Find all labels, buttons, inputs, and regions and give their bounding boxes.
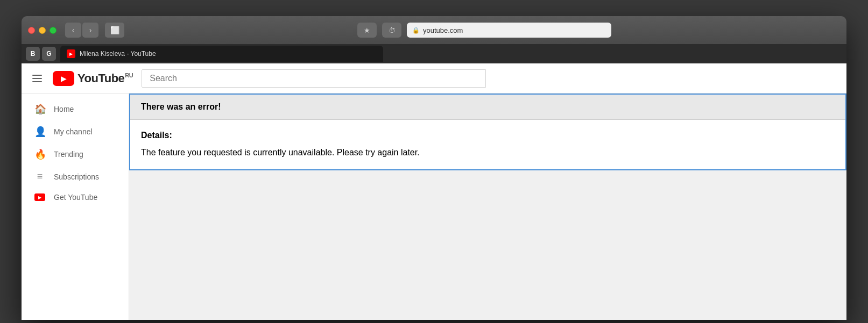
sidebar-label-get-youtube: Get YouTube bbox=[54, 193, 97, 202]
minimize-button[interactable] bbox=[39, 27, 46, 34]
trending-icon: 🔥 bbox=[34, 148, 45, 160]
tab-favicon-b[interactable]: B bbox=[26, 47, 40, 61]
yt-header: YouTubeRU bbox=[22, 63, 846, 94]
yt-logo[interactable]: YouTubeRU bbox=[53, 71, 133, 86]
url-text: youtube.com bbox=[423, 26, 463, 34]
yt-main: 🏠 Home 👤 My channel 🔥 Trending ≡ Subscri… bbox=[22, 94, 846, 320]
nav-buttons: ‹ › bbox=[65, 23, 98, 38]
titlebar: ‹ › ⬜ ★ ⏱ 🔒 youtube.com bbox=[22, 16, 846, 44]
browser-window: ‹ › ⬜ ★ ⏱ 🔒 youtube.com B G bbox=[22, 16, 846, 320]
home-icon: 🏠 bbox=[34, 103, 45, 115]
tab-favicon-g[interactable]: G bbox=[42, 47, 56, 61]
yt-sidebar: 🏠 Home 👤 My channel 🔥 Trending ≡ Subscri… bbox=[22, 94, 129, 320]
sidebar-item-home[interactable]: 🏠 Home bbox=[22, 98, 129, 120]
tab-title: Milena Kiseleva - YouTube bbox=[80, 50, 156, 58]
get-youtube-icon: ▶ bbox=[34, 193, 45, 201]
tabbar: B G Milena Kiseleva - YouTube bbox=[22, 44, 846, 63]
maximize-button[interactable] bbox=[50, 27, 57, 34]
sidebar-label-subscriptions: Subscriptions bbox=[54, 173, 99, 181]
error-message: The feature you requested is currently u… bbox=[141, 147, 835, 159]
my-channel-icon: 👤 bbox=[34, 126, 45, 138]
error-body: Details: The feature you requested is cu… bbox=[130, 120, 845, 169]
close-button[interactable] bbox=[28, 27, 35, 34]
yt-logo-text: YouTubeRU bbox=[77, 71, 133, 85]
active-tab[interactable]: Milena Kiseleva - YouTube bbox=[60, 46, 383, 62]
subscriptions-icon: ≡ bbox=[34, 171, 45, 182]
search-input[interactable] bbox=[142, 69, 486, 88]
lock-icon: 🔒 bbox=[412, 27, 420, 34]
sidebar-label-home: Home bbox=[54, 105, 74, 113]
sidebar-item-get-youtube[interactable]: ▶ Get YouTube bbox=[22, 188, 129, 207]
address-bar[interactable]: 🔒 youtube.com bbox=[407, 23, 611, 38]
bookmark-icon: ★ bbox=[364, 26, 370, 34]
sidebar-item-subscriptions[interactable]: ≡ Subscriptions bbox=[22, 166, 129, 188]
bookmark-button[interactable]: ★ bbox=[357, 23, 377, 38]
history-button[interactable]: ⏱ bbox=[382, 23, 401, 38]
sidebar-toggle-icon: ⬜ bbox=[110, 26, 119, 34]
forward-button[interactable]: › bbox=[82, 23, 98, 38]
error-container: There was an error! Details: The feature… bbox=[129, 94, 846, 170]
tab-yt-favicon bbox=[67, 49, 75, 58]
browser-content: YouTubeRU 🏠 Home 👤 My channel 🔥 Trendin bbox=[22, 63, 846, 320]
history-icon: ⏱ bbox=[389, 26, 396, 34]
sidebar-item-my-channel[interactable]: 👤 My channel bbox=[22, 120, 129, 143]
error-title: There was an error! bbox=[141, 102, 221, 111]
titlebar-center: ★ ⏱ 🔒 youtube.com bbox=[129, 23, 840, 38]
back-button[interactable]: ‹ bbox=[65, 23, 81, 38]
sidebar-label-my-channel: My channel bbox=[54, 127, 93, 136]
sidebar-label-trending: Trending bbox=[54, 150, 83, 159]
yt-content: There was an error! Details: The feature… bbox=[129, 94, 846, 320]
sidebar-toggle-button[interactable]: ⬜ bbox=[105, 23, 124, 38]
traffic-lights bbox=[28, 27, 57, 34]
hamburger-menu[interactable] bbox=[30, 73, 44, 84]
error-details-label: Details: bbox=[141, 131, 835, 140]
yt-logo-icon bbox=[53, 71, 74, 86]
sidebar-item-trending[interactable]: 🔥 Trending bbox=[22, 143, 129, 166]
error-header: There was an error! bbox=[130, 95, 845, 120]
